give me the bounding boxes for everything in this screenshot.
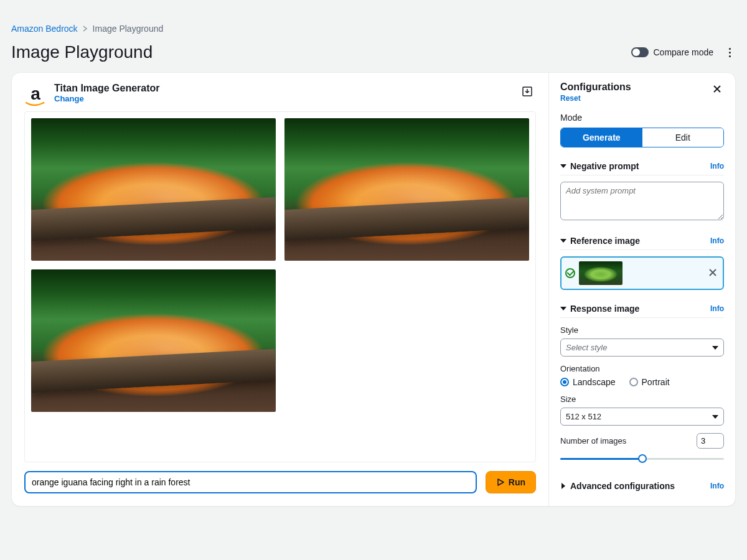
reference-image-info-link[interactable]: Info [710, 236, 724, 245]
check-circle-icon [565, 268, 575, 278]
mode-label: Mode [560, 113, 724, 123]
reference-thumbnail[interactable] [579, 261, 622, 285]
response-image-label: Response image [570, 304, 639, 314]
orientation-portrait-radio[interactable]: Portrait [629, 377, 670, 387]
more-actions-button[interactable] [723, 46, 736, 58]
reference-image-box [560, 256, 724, 290]
advanced-config-toggle[interactable]: Advanced configurations [560, 481, 675, 491]
config-title: Configurations [560, 82, 631, 92]
advanced-config-label: Advanced configurations [570, 481, 675, 491]
play-icon [496, 478, 505, 487]
run-button-label: Run [509, 477, 525, 487]
chevron-right-icon [561, 483, 565, 489]
response-image-toggle[interactable]: Response image [560, 304, 639, 314]
close-config-button[interactable] [710, 82, 724, 98]
reset-link[interactable]: Reset [560, 94, 631, 103]
breadcrumb-root[interactable]: Amazon Bedrock [11, 24, 78, 34]
size-value: 512 x 512 [566, 412, 601, 421]
model-change-link[interactable]: Change [54, 94, 160, 103]
close-icon [713, 85, 721, 93]
orientation-landscape-radio[interactable]: Landscape [560, 377, 616, 387]
size-select[interactable]: 512 x 512 [560, 408, 724, 426]
reference-image-toggle[interactable]: Reference image [560, 236, 640, 246]
breadcrumb-current: Image Playground [93, 24, 164, 34]
chevron-down-icon [712, 346, 718, 350]
orientation-portrait-label: Portrait [642, 377, 670, 387]
page-title: Image Playground [11, 42, 153, 62]
orientation-label: Orientation [560, 364, 724, 373]
num-images-slider[interactable] [560, 452, 724, 465]
style-placeholder: Select style [566, 343, 607, 352]
num-images-input[interactable] [697, 433, 724, 449]
close-icon [709, 269, 716, 276]
generated-image[interactable] [31, 118, 276, 261]
negative-prompt-input[interactable] [560, 182, 724, 220]
num-images-label: Number of images [560, 436, 626, 446]
model-name: Titan Image Generator [54, 83, 160, 94]
run-button[interactable]: Run [486, 471, 536, 493]
negative-prompt-info-link[interactable]: Info [710, 162, 724, 170]
chevron-down-icon [560, 164, 566, 168]
negative-prompt-label: Negative prompt [570, 161, 639, 171]
chevron-right-icon [83, 24, 88, 34]
compare-mode-toggle[interactable]: Compare mode [631, 47, 714, 57]
generated-image[interactable] [284, 118, 529, 261]
chevron-down-icon [712, 415, 718, 419]
toggle-switch-icon [631, 47, 649, 57]
reference-image-label: Reference image [570, 236, 640, 246]
chevron-down-icon [560, 307, 566, 310]
compare-mode-label: Compare mode [654, 47, 714, 57]
mode-generate-tab[interactable]: Generate [561, 128, 642, 147]
style-select[interactable]: Select style [560, 338, 724, 357]
chevron-down-icon [560, 239, 566, 243]
size-label: Size [560, 394, 724, 404]
generated-image[interactable] [31, 269, 276, 412]
negative-prompt-toggle[interactable]: Negative prompt [560, 161, 639, 171]
response-image-info-link[interactable]: Info [710, 304, 724, 313]
mode-segmented: Generate Edit [560, 128, 724, 147]
style-label: Style [560, 325, 724, 335]
orientation-landscape-label: Landscape [573, 377, 616, 387]
amazon-logo-icon: a [24, 83, 47, 105]
image-gallery [24, 111, 536, 462]
breadcrumb: Amazon Bedrock Image Playground [11, 11, 736, 34]
mode-edit-tab[interactable]: Edit [642, 128, 724, 147]
download-button[interactable] [519, 83, 536, 100]
prompt-input[interactable] [24, 471, 477, 493]
advanced-config-info-link[interactable]: Info [710, 482, 724, 490]
remove-reference-button[interactable] [707, 268, 719, 279]
